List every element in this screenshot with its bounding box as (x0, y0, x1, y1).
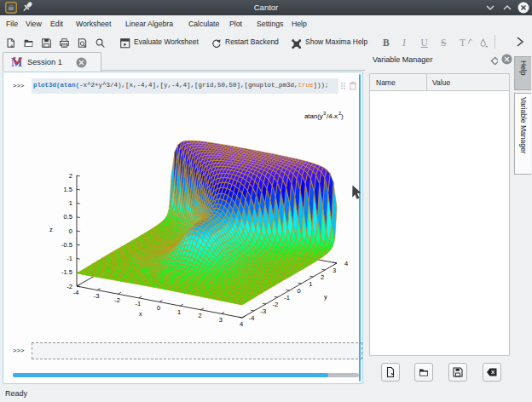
svg-text:z: z (49, 226, 53, 233)
svg-text:/4-x: /4-x (327, 112, 338, 120)
svg-text:atan(y: atan(y (304, 112, 323, 120)
svg-text:-1: -1 (135, 300, 141, 307)
svg-text:-4: -4 (249, 314, 255, 322)
svg-text:1: 1 (309, 280, 312, 288)
svg-text:4: 4 (240, 320, 243, 328)
svg-text:-2: -2 (114, 296, 120, 304)
svg-text:1.5: 1.5 (64, 186, 72, 193)
svg-text:3: 3 (219, 316, 223, 324)
svg-text:-4: -4 (73, 289, 79, 296)
svg-text:2: 2 (198, 312, 201, 319)
svg-text:): ) (341, 112, 344, 120)
svg-text:2: 2 (321, 273, 324, 281)
svg-text:4: 4 (344, 260, 348, 267)
svg-text:x: x (139, 310, 142, 318)
svg-text:-0.5: -0.5 (61, 241, 72, 249)
svg-text:-1: -1 (284, 294, 290, 302)
svg-text:y: y (324, 293, 327, 301)
svg-text:3: 3 (332, 267, 336, 274)
svg-text:0: 0 (69, 227, 72, 235)
svg-text:0: 0 (157, 304, 160, 312)
svg-text:2: 2 (69, 172, 72, 180)
svg-text:0: 0 (297, 287, 300, 295)
svg-text:-2: -2 (272, 301, 278, 308)
svg-text:-3: -3 (94, 292, 100, 300)
svg-text:0.5: 0.5 (64, 213, 72, 221)
svg-text:1: 1 (69, 199, 72, 207)
svg-text:-2: -2 (66, 283, 72, 290)
svg-text:3: 3 (323, 111, 326, 116)
svg-text:1: 1 (177, 308, 181, 316)
svg-text:-3: -3 (261, 307, 267, 315)
svg-text:-1.5: -1.5 (61, 268, 72, 276)
svg-text:-1: -1 (66, 255, 72, 262)
